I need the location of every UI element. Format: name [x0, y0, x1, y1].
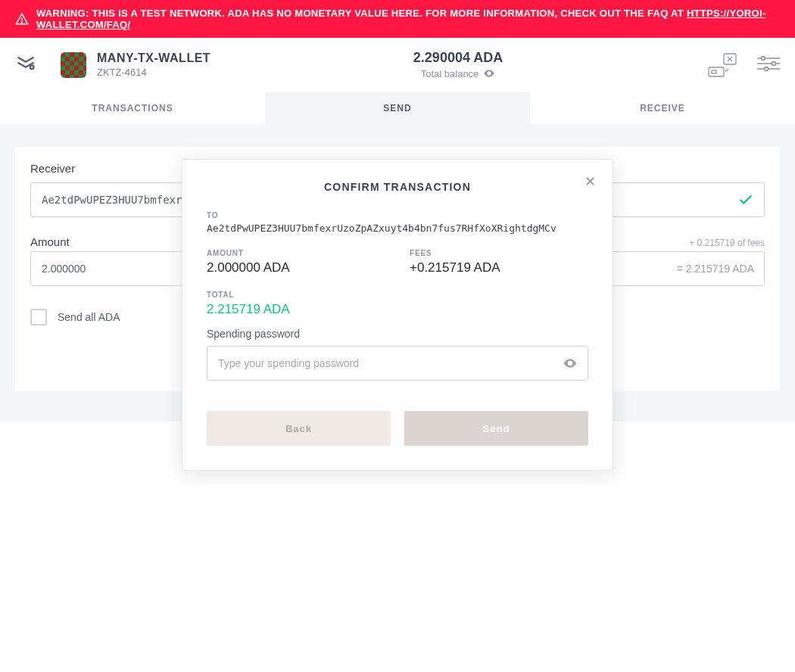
modal-to-address: Ae2tdPwUPEZ3HUU7bmfexrUzoZpAZxuyt4b4bn7f…	[207, 222, 588, 234]
modal-fees-label: FEES	[410, 249, 588, 257]
modal-to-label: TO	[207, 211, 588, 219]
close-icon[interactable]: ✕	[585, 175, 596, 188]
spending-password-label: Spending password	[207, 328, 588, 340]
send-button[interactable]: Send	[404, 411, 588, 446]
modal-amount-label: AMOUNT	[207, 249, 385, 257]
modal-amount-value: 2.000000 ADA	[207, 260, 385, 275]
modal-title: CONFIRM TRANSACTION	[207, 181, 588, 193]
modal-total-label: TOTAL	[207, 291, 588, 299]
modal-fees-value: +0.215719 ADA	[410, 260, 588, 275]
modal-overlay: CONFIRM TRANSACTION ✕ TO Ae2tdPwUPEZ3HUU…	[0, 0, 795, 672]
modal-total-value: 2.215719 ADA	[207, 302, 588, 317]
back-button[interactable]: Back	[207, 411, 391, 446]
spending-password-input[interactable]	[207, 346, 588, 381]
confirm-transaction-modal: CONFIRM TRANSACTION ✕ TO Ae2tdPwUPEZ3HUU…	[182, 159, 613, 471]
eye-icon[interactable]	[563, 356, 578, 371]
